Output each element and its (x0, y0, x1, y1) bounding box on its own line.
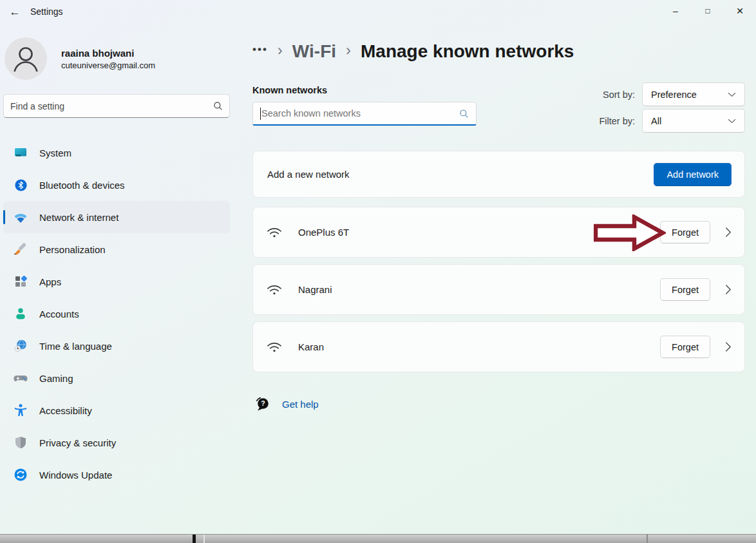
bluetooth-icon (13, 177, 28, 193)
back-icon: ← (10, 6, 21, 19)
breadcrumb: ••• › Wi-Fi › Manage known networks (252, 37, 745, 66)
sidebar-item-system[interactable]: System (3, 137, 230, 169)
taskbar-divider (647, 535, 648, 543)
minimize-button[interactable]: – (659, 0, 692, 22)
minimize-icon: – (673, 6, 678, 16)
expand-row-button[interactable] (724, 226, 732, 238)
user-email: cuteuniverse@gmail.com (61, 61, 155, 70)
breadcrumb-wifi-link[interactable]: Wi-Fi (292, 41, 336, 62)
person-icon (5, 37, 47, 80)
network-name: OnePlus 6T (298, 227, 349, 238)
sidebar-item-windows-update[interactable]: Windows Update (3, 459, 230, 491)
add-network-button[interactable]: Add network (654, 163, 732, 186)
expand-row-button[interactable] (724, 283, 732, 296)
filter-by-dropdown[interactable]: All (642, 109, 745, 133)
filter-by-label: Filter by: (599, 116, 635, 126)
maximize-button[interactable]: □ (692, 0, 724, 22)
sort-by-value: Preference (651, 90, 697, 100)
chevron-down-icon (728, 92, 736, 97)
sidebar-item-accessibility[interactable]: Accessibility (3, 394, 230, 426)
personalization-icon (13, 242, 28, 257)
titlebar: ← Settings – □ × (0, 0, 756, 26)
sidebar-item-label: Accounts (39, 309, 79, 319)
sidebar-item-time-language[interactable]: Time & language (3, 330, 230, 362)
chevron-right-icon: › (278, 41, 283, 62)
chevron-right-icon (724, 226, 732, 238)
sidebar-item-label: System (39, 148, 71, 158)
taskbar-divider (203, 535, 205, 543)
chevron-right-icon: › (346, 41, 351, 62)
main-content: ••• › Wi-Fi › Manage known networks Know… (252, 26, 745, 413)
network-search-box[interactable] (252, 102, 477, 126)
known-networks-label: Known networks (252, 85, 477, 95)
add-network-label: Add a new network (266, 169, 350, 180)
window-controls: – □ × (659, 0, 756, 22)
sidebar-item-label: Bluetooth & devices (39, 180, 125, 191)
search-known-networks-input[interactable] (261, 108, 459, 119)
sidebar-item-network-internet[interactable]: Network & internet (3, 201, 230, 233)
sidebar-item-label: Apps (39, 276, 61, 287)
sidebar-search-box[interactable] (3, 94, 230, 118)
network-row-karan[interactable]: Karan Forget (252, 321, 745, 372)
find-setting-input[interactable] (10, 101, 213, 111)
search-icon (213, 101, 223, 111)
windows-update-icon (13, 467, 28, 482)
add-network-row: Add a new network Add network (252, 151, 745, 198)
system-icon (13, 145, 28, 160)
sidebar-item-bluetooth-devices[interactable]: Bluetooth & devices (3, 169, 230, 201)
sidebar-item-label: Windows Update (39, 470, 112, 481)
forget-button[interactable]: Forget (660, 278, 710, 301)
back-button[interactable]: ← (4, 3, 26, 21)
get-help-link[interactable]: Get help (282, 399, 319, 410)
time-language-icon (13, 338, 28, 354)
breadcrumb-ellipsis-button[interactable]: ••• (252, 43, 268, 60)
svg-text:?: ? (261, 399, 265, 407)
sidebar-item-gaming[interactable]: Gaming (3, 362, 230, 394)
close-button[interactable]: × (724, 0, 756, 22)
network-row-oneplus-6t[interactable]: OnePlus 6T Forget (252, 207, 745, 258)
apps-icon (13, 274, 28, 289)
sidebar: raaina bhojwani cuteuniverse@gmail.com S… (0, 26, 233, 530)
sidebar-item-privacy-security[interactable]: Privacy & security (3, 426, 230, 459)
close-icon: × (736, 4, 743, 18)
forget-button[interactable]: Forget (660, 221, 710, 243)
wifi-icon (266, 224, 283, 241)
expand-row-button[interactable] (724, 341, 732, 353)
settings-window: ← Settings – □ × raaina bhojwani cuteuni… (0, 0, 756, 543)
network-icon (13, 209, 28, 225)
network-name: Karan (298, 341, 324, 352)
avatar (5, 37, 47, 80)
network-row-nagrani[interactable]: Nagrani Forget (252, 264, 745, 315)
text-caret (260, 108, 261, 120)
search-icon (459, 109, 469, 119)
network-name: Nagrani (298, 284, 332, 295)
sort-by-label: Sort by: (603, 90, 635, 100)
sidebar-item-label: Gaming (39, 373, 73, 384)
get-help-icon: ? (254, 395, 270, 413)
chevron-right-icon (724, 283, 732, 296)
sidebar-item-accounts[interactable]: Accounts (3, 298, 230, 330)
accounts-icon (13, 306, 28, 321)
sidebar-item-label: Accessibility (39, 405, 92, 416)
taskbar-mark (193, 535, 196, 543)
chevron-right-icon (724, 341, 732, 353)
forget-button[interactable]: Forget (660, 336, 710, 358)
privacy-security-icon (13, 435, 28, 450)
annotation-arrow (594, 214, 666, 251)
gaming-icon (13, 370, 28, 386)
maximize-icon: □ (705, 6, 710, 15)
page-title: Manage known networks (361, 41, 574, 62)
sidebar-item-label: Privacy & security (39, 437, 116, 448)
accessibility-icon (13, 403, 28, 418)
sidebar-item-apps[interactable]: Apps (3, 265, 230, 298)
filter-by-value: All (651, 116, 661, 126)
wifi-icon (266, 339, 283, 356)
user-account[interactable]: raaina bhojwani cuteuniverse@gmail.com (5, 37, 230, 80)
bottom-taskbar-strip (0, 534, 756, 543)
sidebar-nav: System Bluetooth & devices Network & int… (3, 137, 230, 491)
sidebar-item-label: Personalization (39, 244, 106, 255)
sort-by-dropdown[interactable]: Preference (642, 82, 745, 106)
sidebar-item-personalization[interactable]: Personalization (3, 233, 230, 265)
chevron-down-icon (728, 119, 736, 124)
sidebar-item-label: Network & internet (39, 212, 118, 223)
